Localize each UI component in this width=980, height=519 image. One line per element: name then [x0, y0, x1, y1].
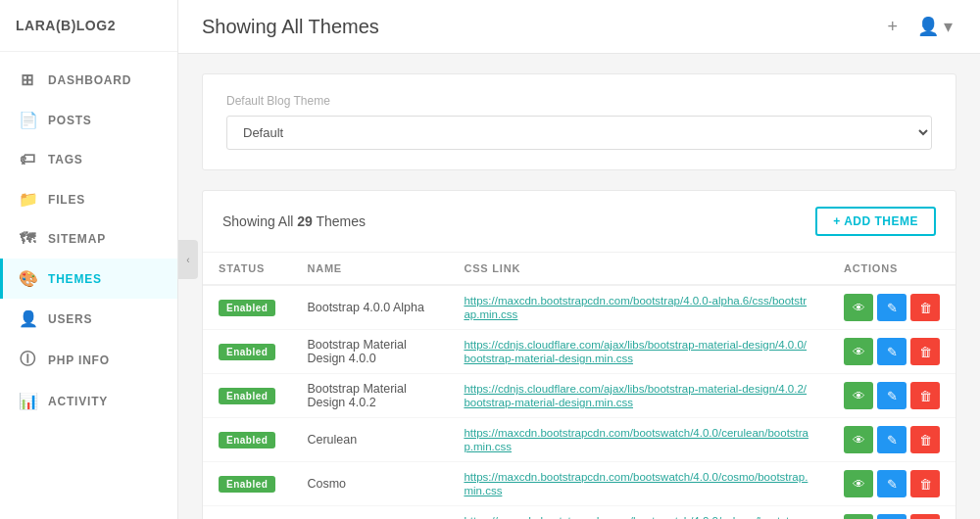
view-button[interactable]: 👁: [844, 470, 873, 497]
sidebar-item-php-info[interactable]: ⓘPHP Info: [0, 339, 177, 381]
status-badge: Enabled: [219, 344, 275, 360]
themes-header: Showing All 29 Themes + ADD THEME: [203, 191, 956, 253]
sidebar-brand: LARA(B)LOG2: [0, 0, 177, 52]
status-cell: Enabled: [203, 330, 291, 374]
themes-table: STATUS NAME CSS LINK ACTIONS Enabled Boo…: [203, 253, 956, 519]
main-content: Showing All Themes + 👤 ▾ Default Blog Th…: [178, 0, 980, 519]
actions-cell: 👁 ✎ 🗑: [828, 418, 956, 462]
table-row: Enabled Bootstrap 4.0.0 Alpha https://ma…: [203, 285, 956, 330]
sidebar-item-label: Files: [48, 193, 85, 207]
view-button[interactable]: 👁: [844, 514, 873, 519]
delete-button[interactable]: 🗑: [910, 382, 940, 409]
css-link-cell: https://maxcdn.bootstrapcdn.com/bootswat…: [448, 506, 828, 520]
css-link[interactable]: https://maxcdn.bootstrapcdn.com/bootstra…: [464, 295, 807, 320]
posts-icon: 📄: [19, 111, 36, 129]
actions-cell: 👁 ✎ 🗑: [828, 374, 956, 418]
sitemap-icon: 🗺: [19, 230, 36, 248]
topbar-actions: + 👤 ▾: [883, 12, 956, 41]
status-cell: Enabled: [203, 285, 291, 330]
view-button[interactable]: 👁: [844, 382, 873, 409]
table-row: Enabled Cyborg https://maxcdn.bootstrapc…: [203, 506, 956, 520]
view-button[interactable]: 👁: [844, 338, 873, 365]
col-header-actions: ACTIONS: [828, 253, 956, 285]
actions-cell: 👁 ✎ 🗑: [828, 330, 956, 374]
default-theme-label: Default Blog Theme: [226, 94, 932, 108]
dashboard-icon: ⊞: [19, 71, 36, 89]
name-cell: Bootstrap 4.0.0 Alpha: [291, 285, 448, 330]
themes-count: Showing All 29 Themes: [222, 213, 366, 229]
add-theme-button[interactable]: + ADD THEME: [815, 207, 936, 236]
user-menu-icon[interactable]: 👤 ▾: [913, 12, 956, 41]
sidebar-toggle[interactable]: ‹: [178, 240, 198, 279]
php-info-icon: ⓘ: [19, 350, 36, 370]
actions-cell: 👁 ✎ 🗑: [828, 462, 956, 506]
sidebar-item-label: PHP Info: [48, 354, 110, 367]
add-icon[interactable]: +: [883, 13, 902, 41]
status-cell: Enabled: [203, 462, 291, 506]
table-row: Enabled Bootstrap Material Design 4.0.0 …: [203, 330, 956, 374]
themes-table-body: Enabled Bootstrap 4.0.0 Alpha https://ma…: [203, 285, 956, 519]
topbar: Showing All Themes + 👤 ▾: [178, 0, 980, 54]
sidebar-item-files[interactable]: 📁Files: [0, 179, 177, 219]
name-cell: Bootstrap Material Design 4.0.2: [291, 374, 448, 418]
sidebar-item-label: Themes: [48, 272, 102, 286]
files-icon: 📁: [19, 190, 36, 209]
name-cell: Cerulean: [291, 418, 448, 462]
status-cell: Enabled: [203, 374, 291, 418]
actions-cell: 👁 ✎ 🗑: [828, 285, 956, 330]
view-button[interactable]: 👁: [844, 294, 873, 321]
css-link[interactable]: https://maxcdn.bootstrapcdn.com/bootswat…: [464, 427, 808, 452]
default-theme-card: Default Blog Theme DefaultBootstrap 4.0.…: [202, 73, 956, 170]
tags-icon: 🏷: [19, 151, 36, 168]
css-link[interactable]: https://maxcdn.bootstrapcdn.com/bootswat…: [464, 515, 808, 519]
edit-button[interactable]: ✎: [877, 426, 906, 453]
css-link-cell: https://cdnjs.cloudflare.com/ajax/libs/b…: [448, 330, 828, 374]
name-cell: Cosmo: [291, 462, 448, 506]
css-link[interactable]: https://cdnjs.cloudflare.com/ajax/libs/b…: [464, 383, 807, 408]
sidebar-item-posts[interactable]: 📄Posts: [0, 100, 177, 140]
status-badge: Enabled: [219, 432, 275, 448]
sidebar-nav: ⊞Dashboard📄Posts🏷Tags📁Files🗺Sitemap🎨Them…: [0, 52, 177, 519]
delete-button[interactable]: 🗑: [910, 338, 940, 365]
name-cell: Cyborg: [291, 506, 448, 520]
css-link-cell: https://maxcdn.bootstrapcdn.com/bootstra…: [448, 285, 828, 330]
edit-button[interactable]: ✎: [877, 294, 906, 321]
table-row: Enabled Bootstrap Material Design 4.0.2 …: [203, 374, 956, 418]
page-title: Showing All Themes: [202, 16, 379, 38]
table-row: Enabled Cosmo https://maxcdn.bootstrapcd…: [203, 462, 956, 506]
default-theme-select[interactable]: DefaultBootstrap 4.0.0 AlphaBootstrap Ma…: [226, 116, 932, 150]
sidebar-item-sitemap[interactable]: 🗺Sitemap: [0, 219, 177, 259]
sidebar-item-themes[interactable]: 🎨Themes: [0, 259, 177, 299]
css-link[interactable]: https://cdnjs.cloudflare.com/ajax/libs/b…: [464, 339, 807, 364]
delete-button[interactable]: 🗑: [910, 514, 940, 519]
edit-button[interactable]: ✎: [877, 514, 906, 519]
themes-card: Showing All 29 Themes + ADD THEME STATUS…: [202, 190, 956, 519]
sidebar-item-label: Users: [48, 312, 92, 326]
sidebar-item-label: Dashboard: [48, 73, 131, 87]
edit-button[interactable]: ✎: [877, 382, 906, 409]
delete-button[interactable]: 🗑: [910, 294, 940, 321]
edit-button[interactable]: ✎: [877, 338, 906, 365]
sidebar-item-activity[interactable]: 📊ActiviTY: [0, 381, 177, 421]
status-badge: Enabled: [219, 476, 275, 493]
table-row: Enabled Cerulean https://maxcdn.bootstra…: [203, 418, 956, 462]
view-button[interactable]: 👁: [844, 426, 873, 453]
themes-icon: 🎨: [19, 269, 36, 288]
status-cell: Enabled: [203, 506, 291, 520]
sidebar-item-users[interactable]: 👤Users: [0, 299, 177, 339]
delete-button[interactable]: 🗑: [910, 426, 940, 453]
sidebar-item-label: Tags: [48, 153, 83, 166]
delete-button[interactable]: 🗑: [910, 470, 940, 497]
content-area: Default Blog Theme DefaultBootstrap 4.0.…: [178, 54, 980, 519]
sidebar-item-dashboard[interactable]: ⊞Dashboard: [0, 60, 177, 100]
edit-button[interactable]: ✎: [877, 470, 906, 497]
users-icon: 👤: [19, 309, 36, 328]
name-cell: Bootstrap Material Design 4.0.0: [291, 330, 448, 374]
col-header-status: STATUS: [203, 253, 291, 285]
status-cell: Enabled: [203, 418, 291, 462]
sidebar-item-tags[interactable]: 🏷Tags: [0, 140, 177, 179]
css-link[interactable]: https://maxcdn.bootstrapcdn.com/bootswat…: [464, 471, 808, 496]
css-link-cell: https://cdnjs.cloudflare.com/ajax/libs/b…: [448, 374, 828, 418]
status-badge: Enabled: [219, 388, 275, 404]
sidebar-item-label: ActiviTY: [48, 395, 108, 408]
